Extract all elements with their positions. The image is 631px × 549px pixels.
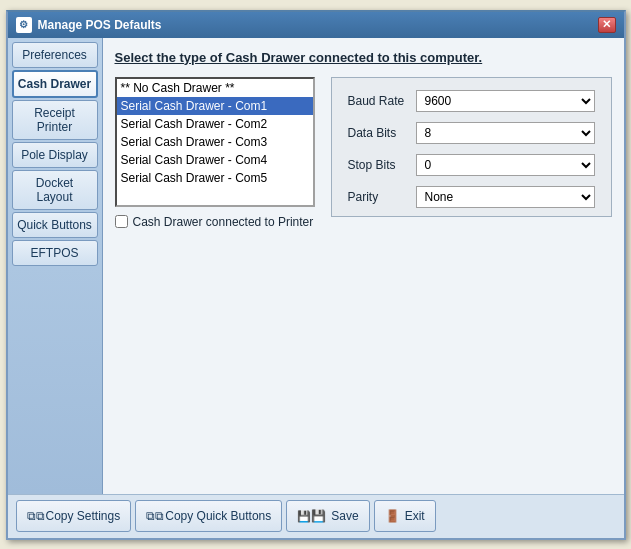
sidebar: Preferences Cash Drawer Receipt Printer …: [8, 38, 103, 494]
copy-settings-label: Copy Settings: [46, 509, 121, 523]
stop-bits-label: Stop Bits: [348, 158, 408, 172]
content-area: ** No Cash Drawer ** Serial Cash Drawer …: [115, 77, 612, 482]
cash-drawer-printer-label: Cash Drawer connected to Printer: [133, 215, 314, 229]
save-button[interactable]: 💾 Save: [286, 500, 369, 532]
list-item[interactable]: Serial Cash Drawer - Com2: [117, 115, 313, 133]
cash-drawer-listbox[interactable]: ** No Cash Drawer ** Serial Cash Drawer …: [115, 77, 315, 207]
exit-label: Exit: [405, 509, 425, 523]
left-panel: ** No Cash Drawer ** Serial Cash Drawer …: [115, 77, 315, 482]
stop-bits-row: Stop Bits 0 1 2: [348, 154, 595, 176]
close-button[interactable]: ✕: [598, 17, 616, 33]
list-item[interactable]: ** No Cash Drawer **: [117, 79, 313, 97]
sidebar-item-quick-buttons[interactable]: Quick Buttons: [12, 212, 98, 238]
window-icon: ⚙: [16, 17, 32, 33]
sidebar-item-docket-layout[interactable]: Docket Layout: [12, 170, 98, 210]
exit-icon: 🚪: [385, 509, 400, 523]
title-bar: ⚙ Manage POS Defaults ✕: [8, 12, 624, 38]
main-window: ⚙ Manage POS Defaults ✕ Preferences Cash…: [6, 10, 626, 540]
copy-quick-buttons-label: Copy Quick Buttons: [165, 509, 271, 523]
baud-rate-label: Baud Rate: [348, 94, 408, 108]
cash-drawer-printer-checkbox[interactable]: [115, 215, 128, 228]
sidebar-item-preferences[interactable]: Preferences: [12, 42, 98, 68]
settings-panel: Baud Rate 9600 1200 2400 4800 19200 Data…: [331, 77, 612, 217]
sidebar-item-pole-display[interactable]: Pole Display: [12, 142, 98, 168]
data-bits-select[interactable]: 8 7 6: [416, 122, 595, 144]
sidebar-item-receipt-printer[interactable]: Receipt Printer: [12, 100, 98, 140]
baud-rate-select[interactable]: 9600 1200 2400 4800 19200: [416, 90, 595, 112]
data-bits-row: Data Bits 8 7 6: [348, 122, 595, 144]
baud-rate-row: Baud Rate 9600 1200 2400 4800 19200: [348, 90, 595, 112]
list-item[interactable]: Serial Cash Drawer - Com1: [117, 97, 313, 115]
copy-quick-buttons-icon: ⧉: [146, 509, 160, 523]
main-content: Select the type of Cash Drawer connected…: [103, 38, 624, 494]
save-icon: 💾: [297, 509, 326, 523]
window-footer: ⧉ Copy Settings ⧉ Copy Quick Buttons 💾 S…: [8, 494, 624, 538]
list-item[interactable]: Serial Cash Drawer - Com5: [117, 169, 313, 187]
section-title: Select the type of Cash Drawer connected…: [115, 50, 612, 65]
parity-select[interactable]: None Odd Even: [416, 186, 595, 208]
parity-row: Parity None Odd Even: [348, 186, 595, 208]
sidebar-item-cash-drawer[interactable]: Cash Drawer: [12, 70, 98, 98]
stop-bits-select[interactable]: 0 1 2: [416, 154, 595, 176]
copy-settings-button[interactable]: ⧉ Copy Settings: [16, 500, 132, 532]
title-bar-left: ⚙ Manage POS Defaults: [16, 17, 162, 33]
cash-drawer-printer-checkbox-row: Cash Drawer connected to Printer: [115, 215, 315, 229]
exit-button[interactable]: 🚪 Exit: [374, 500, 436, 532]
list-item[interactable]: Serial Cash Drawer - Com4: [117, 151, 313, 169]
list-item[interactable]: Serial Cash Drawer - Com3: [117, 133, 313, 151]
window-body: Preferences Cash Drawer Receipt Printer …: [8, 38, 624, 494]
data-bits-label: Data Bits: [348, 126, 408, 140]
parity-label: Parity: [348, 190, 408, 204]
copy-quick-buttons-button[interactable]: ⧉ Copy Quick Buttons: [135, 500, 282, 532]
sidebar-item-eftpos[interactable]: EFTPOS: [12, 240, 98, 266]
save-label: Save: [331, 509, 358, 523]
window-title: Manage POS Defaults: [38, 18, 162, 32]
copy-settings-icon: ⧉: [27, 509, 41, 523]
